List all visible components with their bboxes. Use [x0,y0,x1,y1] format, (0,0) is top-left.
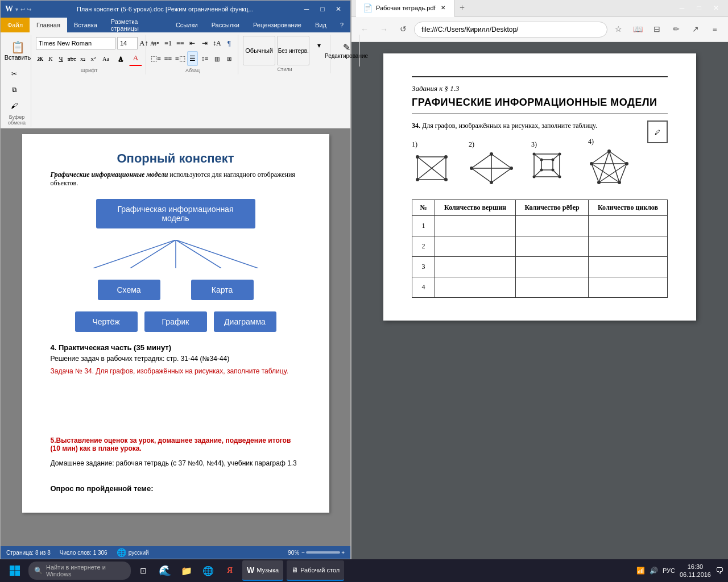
action-center-button[interactable]: 🗨 [715,566,723,575]
subscript-button[interactable]: x₂ [78,53,87,64]
italic-button[interactable]: К [46,53,55,64]
tab-view[interactable]: Вид [308,18,333,32]
sort-button[interactable]: ↕A [212,36,222,51]
forward-button[interactable]: → [375,21,392,38]
section4: 4. Практическая часть (35 минут) Решение… [51,343,301,375]
tab-insert[interactable]: Вставка [67,18,104,32]
cut-button[interactable]: ✂ [6,66,22,81]
task-view-button[interactable]: ⊡ [134,562,152,580]
yandex-taskbar-button[interactable]: Я [221,562,239,580]
font-color-button[interactable]: A [129,51,142,66]
zoom-out-button[interactable]: − [301,550,305,556]
tab-file[interactable]: Файл [1,18,30,32]
url-bar[interactable] [414,22,607,38]
desktop-taskbar-app[interactable]: 🖥 Рабочий стол [287,560,344,581]
justify-button[interactable]: ☰ [187,51,198,66]
task-description: Для графов, изображённых на рисунках, за… [422,122,597,130]
svg-point-45 [618,181,621,184]
svg-point-15 [490,152,493,156]
diagram-box-diagramma: Диаграмма [214,311,276,332]
tab-review[interactable]: Рецензирование [246,18,308,32]
style-normal[interactable]: Обычный [243,36,275,65]
copy-button[interactable]: ⧉ [6,82,22,97]
line-spacing-button[interactable]: ↕≡ [200,51,210,66]
styles-more-button[interactable]: ▾ [311,38,326,53]
numbering-button[interactable]: ≡1 [163,36,173,51]
network-icon: 📶 [636,567,645,575]
editing-button[interactable]: ✎ Редактирование [335,36,358,65]
increase-indent-button[interactable]: ⇥ [200,36,210,51]
paste-button[interactable]: 📋 Вставить [6,36,29,65]
favorites-button[interactable]: ☆ [610,21,627,38]
format-painter-button[interactable]: 🖌 [6,98,22,113]
tab-page-layout[interactable]: Разметка страницы [104,18,169,32]
browser-maximize-button[interactable]: □ [692,3,706,14]
svg-line-0 [93,240,176,268]
ie-taskbar-button[interactable]: 🌐 [199,562,217,580]
tab-mailings[interactable]: Рассылки [205,18,246,32]
style-no-spacing[interactable]: Без интерв. [277,36,309,65]
pdf-content-area[interactable]: Задания к § 1.3 ГРАФИЧЕСКИЕ ИНФОРМАЦИОНН… [351,42,728,559]
svg-point-31 [540,169,543,172]
clipboard-group: 📋 Вставить ✂ ⧉ 🖌 Буфер обмена [3,35,31,127]
row-4-vertices [435,277,516,298]
word-close-button[interactable]: ✕ [331,3,346,15]
blank-space [51,380,301,436]
new-tab-button[interactable]: + [454,0,470,16]
text-highlight-button[interactable]: A [114,51,127,66]
desktop-taskbar-label: Рабочий стол [300,567,340,573]
zoom-in-button[interactable]: + [341,550,345,556]
tab-help[interactable]: ? [333,18,350,32]
show-marks-button[interactable]: ¶ [224,36,234,51]
word-taskbar-app[interactable]: W Музыка [242,560,283,581]
bullets-button[interactable]: ≡• [151,36,161,51]
svg-line-1 [176,240,258,268]
word-maximize-button[interactable]: □ [315,3,330,15]
pdf-tab-active[interactable]: 📄 Рабочая тетрадь.pdf ✕ [356,0,454,17]
word-title-bar: W ▾ ↩ ↪ План конспект (5-6 уроки).doc [Р… [1,1,350,18]
row-1-vertices [435,216,516,236]
notes-button[interactable]: ✏ [668,21,685,38]
align-right-button[interactable]: ≡⬚ [175,51,185,66]
tab-home[interactable]: Главная [30,18,67,32]
refresh-button[interactable]: ↺ [395,21,412,38]
underline-button[interactable]: Ч [57,53,65,64]
word-document-area[interactable]: Опорный конспект Графические информацион… [1,128,350,546]
search-button[interactable]: 🔍 Найти в интернете и Windows [28,562,131,580]
multilevel-list-button[interactable]: ≡≡ [175,36,185,51]
start-button[interactable] [5,560,25,581]
font-size-input[interactable] [117,37,138,49]
font-group: A↑ A↓ Ж К Ч abc x₂ x² Aa A A Шрифт [32,35,146,74]
align-center-button[interactable]: ≡≡ [163,51,173,66]
svg-line-4 [176,240,221,268]
clear-format-button[interactable]: Aa [100,51,113,66]
more-button[interactable]: ≡ [706,21,723,38]
zoom-slider[interactable] [306,551,340,554]
shading-button[interactable]: ▥ [212,51,222,66]
task-red-text: Задача № 34. Для графов, изображённых на… [51,367,301,375]
align-left-button[interactable]: ⬚≡ [151,51,161,66]
graph-4-label: 4) [588,138,631,146]
edge-taskbar-button[interactable]: 🌊 [156,562,174,580]
search-icon: 🔍 [34,567,43,575]
hub-button[interactable]: ⊟ [648,21,665,38]
pdf-tab-close-button[interactable]: ✕ [439,4,447,12]
strikethrough-button[interactable]: abc [67,53,77,64]
diagram-children: Схема Карта [51,280,301,300]
tab-references[interactable]: Ссылки [169,18,205,32]
browser-close-button[interactable]: ✕ [709,3,723,14]
superscript-button[interactable]: x² [89,53,97,64]
section5: 5.Выставление оценок за урок, домашнее з… [51,436,301,493]
bold-button[interactable]: Ж [36,53,44,64]
doc-subtitle: Графические информационные модели исполь… [51,171,301,188]
svg-line-38 [609,151,619,182]
font-name-input[interactable] [36,37,115,49]
decrease-indent-button[interactable]: ⇤ [187,36,197,51]
graph-3-label: 3) [531,140,571,149]
explorer-taskbar-button[interactable]: 📁 [177,562,196,580]
reader-view-button[interactable]: 📖 [629,21,646,38]
word-minimize-button[interactable]: ─ [299,3,314,15]
browser-minimize-button[interactable]: ─ [675,3,689,14]
share-button[interactable]: ↗ [687,21,704,38]
borders-button[interactable]: ⊞ [224,51,234,66]
